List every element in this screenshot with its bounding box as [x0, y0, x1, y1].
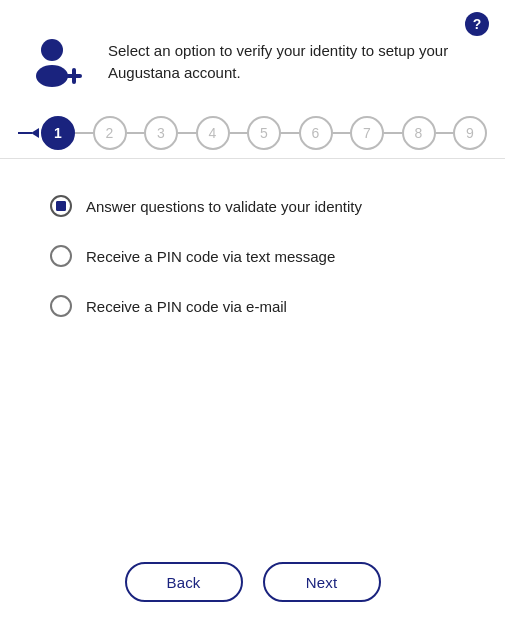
radio-1[interactable]	[50, 195, 72, 217]
step-3[interactable]: 3	[144, 116, 178, 150]
step-5[interactable]: 5	[247, 116, 281, 150]
header-title: Select an option to verify your identity…	[108, 40, 475, 85]
option-3[interactable]: Receive a PIN code via e-mail	[50, 295, 455, 317]
step-dash-4-5	[230, 132, 248, 134]
step-8[interactable]: 8	[402, 116, 436, 150]
svg-rect-3	[72, 68, 76, 84]
svg-point-0	[41, 39, 63, 61]
option-2[interactable]: Receive a PIN code via text message	[50, 245, 455, 267]
step-dash-1-2	[75, 132, 93, 134]
step-dash-3-4	[178, 132, 196, 134]
step-6[interactable]: 6	[299, 116, 333, 150]
step-dash-7-8	[384, 132, 402, 134]
options-container: Answer questions to validate your identi…	[0, 179, 505, 361]
help-label: ?	[473, 16, 482, 32]
step-dash-5-6	[281, 132, 299, 134]
user-add-icon	[30, 32, 90, 92]
step-dash-6-7	[333, 132, 351, 134]
radio-3[interactable]	[50, 295, 72, 317]
option-1-label: Answer questions to validate your identi…	[86, 198, 362, 215]
button-row: Back Next	[0, 562, 505, 602]
step-1[interactable]: 1	[41, 116, 75, 150]
step-indicator: 1 2 3 4 5 6 7 8 9	[0, 108, 505, 158]
step-dash-8-9	[436, 132, 454, 134]
step-9[interactable]: 9	[453, 116, 487, 150]
step-7[interactable]: 7	[350, 116, 384, 150]
back-button[interactable]: Back	[125, 562, 243, 602]
option-3-label: Receive a PIN code via e-mail	[86, 298, 287, 315]
option-2-label: Receive a PIN code via text message	[86, 248, 335, 265]
svg-point-1	[36, 65, 68, 87]
divider	[0, 158, 505, 159]
step-dash-2-3	[127, 132, 145, 134]
radio-2[interactable]	[50, 245, 72, 267]
step-4[interactable]: 4	[196, 116, 230, 150]
step-2[interactable]: 2	[93, 116, 127, 150]
help-icon[interactable]: ?	[465, 12, 489, 36]
header: Select an option to verify your identity…	[0, 0, 505, 108]
option-1[interactable]: Answer questions to validate your identi…	[50, 195, 455, 217]
next-button[interactable]: Next	[263, 562, 381, 602]
